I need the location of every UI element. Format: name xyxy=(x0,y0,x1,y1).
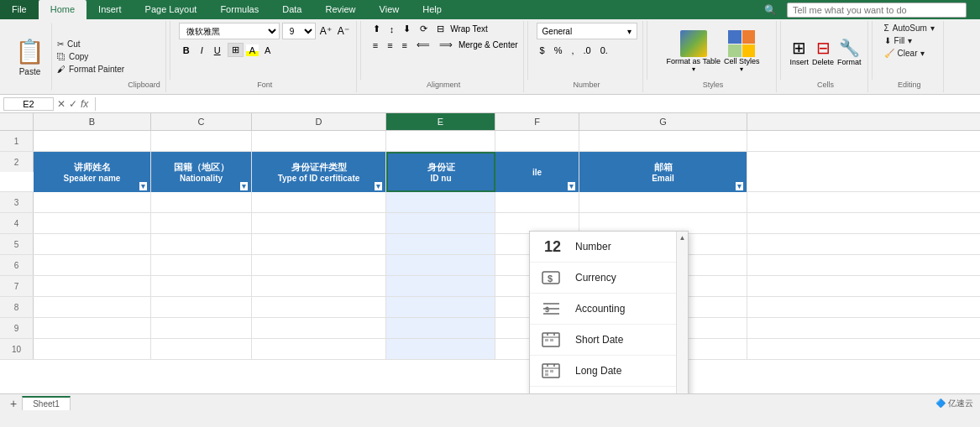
cell-e2-header[interactable]: 身份证 ID nu xyxy=(386,152,495,192)
cell-d1[interactable] xyxy=(252,131,386,151)
row-num-10[interactable]: 10 xyxy=(0,339,34,359)
orientation-icon[interactable]: ⟳ xyxy=(417,23,431,35)
align-middle-icon[interactable]: ↕ xyxy=(386,23,398,35)
row-num-1[interactable]: 1 xyxy=(0,131,34,151)
col-header-g[interactable]: G xyxy=(579,113,747,130)
align-top-icon[interactable]: ⬆ xyxy=(369,23,384,35)
fill-button[interactable]: ⬇ Fill ▾ xyxy=(881,35,916,46)
tab-help[interactable]: Help xyxy=(411,0,453,19)
align-center-icon[interactable]: ≡ xyxy=(384,39,396,51)
highlight-color-button[interactable]: A xyxy=(246,44,259,56)
cell-e9[interactable] xyxy=(386,318,495,338)
format-painter-button[interactable]: 🖌 Format Painter xyxy=(54,64,128,75)
tab-formulas[interactable]: Formulas xyxy=(208,0,270,19)
cell-b1[interactable] xyxy=(34,131,151,151)
bold-button[interactable]: B xyxy=(179,44,194,57)
confirm-formula-icon[interactable]: ✓ xyxy=(69,98,77,110)
dropdown-arrow-f2[interactable]: ▾ xyxy=(568,182,575,190)
tab-view[interactable]: View xyxy=(368,0,411,19)
font-color-button[interactable]: A xyxy=(261,44,274,56)
tab-page-layout[interactable]: Page Layout xyxy=(134,0,209,19)
align-right-icon[interactable]: ≡ xyxy=(399,39,411,51)
font-name-select[interactable]: 微软雅黑 xyxy=(179,23,280,39)
cell-b10[interactable] xyxy=(34,339,151,359)
tab-home[interactable]: Home xyxy=(39,0,86,19)
tab-review[interactable]: Review xyxy=(313,0,367,19)
cell-b8[interactable] xyxy=(34,297,151,317)
cell-e3[interactable] xyxy=(386,192,495,212)
cell-d10[interactable] xyxy=(252,339,386,359)
cell-c5[interactable] xyxy=(151,234,252,254)
insert-button[interactable]: ⊞ Insert xyxy=(790,38,810,66)
align-bottom-icon[interactable]: ⬇ xyxy=(400,23,414,35)
cell-b6[interactable] xyxy=(34,255,151,275)
cell-d5[interactable] xyxy=(252,234,386,254)
clear-button[interactable]: 🧹 Clear ▾ xyxy=(881,48,929,59)
font-size-select[interactable]: 9 xyxy=(282,23,316,39)
cell-b4[interactable] xyxy=(34,213,151,233)
cell-c6[interactable] xyxy=(151,255,252,275)
col-header-e[interactable]: E xyxy=(386,113,495,130)
cell-d7[interactable] xyxy=(252,276,386,296)
row-num-4[interactable]: 4 xyxy=(0,213,34,233)
delete-button[interactable]: ⊟ Delete xyxy=(812,38,834,66)
cell-e5[interactable] xyxy=(386,234,495,254)
cell-c10[interactable] xyxy=(151,339,252,359)
wrap-text-button[interactable]: Wrap Text xyxy=(450,24,488,34)
cell-c9[interactable] xyxy=(151,318,252,338)
format-button[interactable]: 🔧 Format xyxy=(837,38,862,66)
cell-c4[interactable] xyxy=(151,213,252,233)
cell-e6[interactable] xyxy=(386,255,495,275)
row-num-7[interactable]: 7 xyxy=(0,276,34,296)
comma-icon[interactable]: , xyxy=(568,44,577,56)
col-header-b[interactable]: B xyxy=(34,113,151,130)
border-button[interactable]: ⊞ xyxy=(228,43,244,57)
cell-c2-header[interactable]: 国籍（地区） Nationality ▾ xyxy=(151,152,252,192)
wrap-text-icon[interactable]: ⊟ xyxy=(433,23,448,35)
number-format-dropdown[interactable]: General ▾ xyxy=(537,23,637,39)
format-as-table-button[interactable]: Format as Table ▾ xyxy=(667,30,721,73)
row-num-9[interactable]: 9 xyxy=(0,318,34,338)
col-header-c[interactable]: C xyxy=(151,113,252,130)
copy-button[interactable]: ⿻ Copy xyxy=(54,51,128,62)
cell-b7[interactable] xyxy=(34,276,151,296)
cell-c7[interactable] xyxy=(151,276,252,296)
currency-icon[interactable]: $ xyxy=(537,44,548,56)
number-format-number[interactable]: 12 Number xyxy=(530,232,688,263)
search-input[interactable] xyxy=(793,5,961,15)
cell-f2-header[interactable]: ile ▾ xyxy=(495,152,579,192)
cell-e10[interactable] xyxy=(386,339,495,359)
align-left-icon[interactable]: ≡ xyxy=(369,39,381,51)
tab-file[interactable]: File xyxy=(0,0,39,19)
increase-decimal-icon[interactable]: 0. xyxy=(597,44,611,56)
row-num-5[interactable]: 5 xyxy=(0,234,34,254)
autosum-button[interactable]: Σ AutoSum ▾ xyxy=(881,23,938,34)
underline-button[interactable]: U xyxy=(210,44,225,57)
cell-b9[interactable] xyxy=(34,318,151,338)
dropdown-arrow-c2[interactable]: ▾ xyxy=(240,182,248,190)
cell-f1[interactable] xyxy=(495,131,579,151)
dropdown-arrow-g2[interactable]: ▾ xyxy=(736,182,743,190)
add-sheet-button[interactable]: + xyxy=(7,397,20,410)
cell-e7[interactable] xyxy=(386,276,495,296)
number-format-short-date[interactable]: Short Date xyxy=(530,325,688,356)
cell-e8[interactable] xyxy=(386,297,495,317)
formula-input[interactable] xyxy=(102,99,977,109)
italic-button[interactable]: I xyxy=(197,44,207,57)
cell-styles-button[interactable]: Cell Styles ▾ xyxy=(724,30,760,73)
row-num-2[interactable]: 2 xyxy=(0,152,34,172)
cell-c8[interactable] xyxy=(151,297,252,317)
paste-button[interactable]: 📋 Paste xyxy=(8,23,52,91)
insert-function-icon[interactable]: fx xyxy=(81,98,88,110)
row-num-3[interactable]: 3 xyxy=(0,192,34,212)
cell-d8[interactable] xyxy=(252,297,386,317)
number-format-accounting[interactable]: $ Accounting xyxy=(530,294,688,325)
merge-center-button[interactable]: Merge & Center xyxy=(459,40,518,49)
cell-e4[interactable] xyxy=(386,213,495,233)
cell-reference-input[interactable] xyxy=(3,97,54,111)
col-header-f[interactable]: F xyxy=(495,113,579,130)
dropdown-arrow-b2[interactable]: ▾ xyxy=(139,182,147,190)
col-header-d[interactable]: D xyxy=(252,113,386,130)
row-num-8[interactable]: 8 xyxy=(0,297,34,317)
search-bar[interactable] xyxy=(787,3,967,18)
